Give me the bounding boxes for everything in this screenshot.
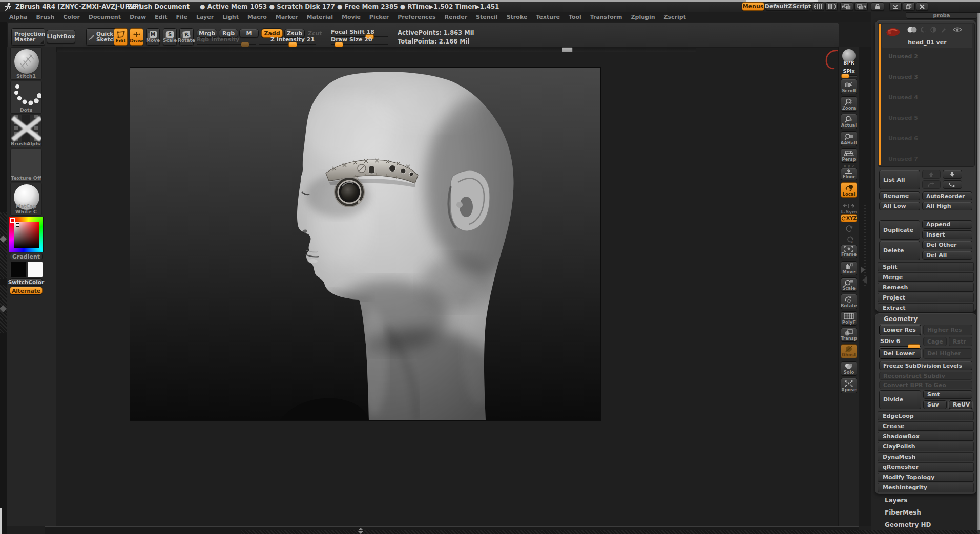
menu-transform[interactable]: Transform — [590, 14, 622, 20]
crease-button[interactable]: Crease — [878, 421, 974, 431]
all-low-button[interactable]: All Low — [879, 202, 920, 210]
color-picker[interactable] — [9, 217, 44, 252]
menu-marker[interactable]: Marker — [276, 14, 298, 20]
lock-button[interactable] — [871, 2, 884, 11]
subtool-unused-2[interactable]: Unused 2 — [888, 53, 918, 60]
divider-collapse-left-icon[interactable] — [862, 276, 867, 284]
smt-button[interactable]: Smt — [923, 390, 972, 399]
del-all-button[interactable]: Del All — [922, 251, 972, 260]
append-button[interactable]: Append — [922, 220, 972, 229]
local-button[interactable]: Local — [841, 182, 857, 198]
rotate-y-button[interactable] — [843, 225, 854, 233]
transp-button[interactable]: Transp — [841, 328, 857, 342]
sculpt-canvas[interactable] — [130, 67, 601, 421]
menu-light[interactable]: Light — [222, 14, 239, 20]
xyz-button[interactable]: XYZ — [841, 214, 857, 222]
extract-button[interactable]: Extract — [878, 303, 974, 312]
rgb-intensity-knob[interactable] — [241, 42, 249, 47]
draw-size-knob[interactable] — [335, 42, 343, 47]
alternate-button[interactable]: Alternate — [10, 287, 43, 294]
subtool-unused-5[interactable]: Unused 5 — [888, 115, 918, 121]
menu-zplugin[interactable]: Zplugin — [631, 14, 655, 20]
move-button[interactable]: M Move — [146, 28, 160, 46]
freeze-subdivision-button[interactable]: Freeze SubDivision Levels — [879, 361, 972, 370]
menu-alpha[interactable]: Alpha — [9, 14, 27, 20]
dynamesh-button[interactable]: DynaMesh — [878, 452, 974, 461]
menu-movie[interactable]: Movie — [342, 14, 361, 20]
menu-brush[interactable]: Brush — [36, 14, 54, 20]
menu-zscript[interactable]: Zscript — [664, 14, 686, 20]
subtool-unused-4[interactable]: Unused 4 — [888, 94, 918, 101]
subtool-unused-7[interactable]: Unused 7 — [888, 156, 918, 162]
restore-button[interactable] — [903, 2, 915, 11]
project-button[interactable]: Project — [878, 293, 974, 302]
move-down-hierarchy-button[interactable] — [943, 180, 962, 189]
menu-picker[interactable]: Picker — [369, 14, 389, 20]
rstr-button[interactable]: Rstr — [949, 337, 972, 346]
scale-button[interactable]: S Scale — [163, 28, 177, 46]
list-all-button[interactable]: List All — [879, 170, 920, 189]
section-layers[interactable]: Layers — [885, 497, 907, 504]
reconstruct-subdiv-button[interactable]: Reconstruct Subdiv — [879, 372, 972, 380]
quick-sketch-button[interactable]: Quick Sketch — [86, 28, 118, 46]
eye-icon[interactable] — [953, 27, 962, 33]
polypaint-circles-icon[interactable] — [907, 27, 918, 33]
shadowbox-button[interactable]: ShadowBox — [878, 432, 974, 441]
subtool-unused-6[interactable]: Unused 6 — [888, 135, 918, 142]
scale-tool-button[interactable]: Scale — [841, 277, 857, 292]
panel-scrollbar[interactable] — [977, 13, 980, 534]
merge-button[interactable]: Merge — [878, 272, 974, 282]
duplicate-button[interactable]: Duplicate — [879, 220, 920, 240]
m-button[interactable]: M — [239, 29, 259, 38]
frame-button[interactable]: Frame — [841, 245, 857, 258]
bpr-button[interactable]: BPR — [841, 49, 857, 67]
minimize-button[interactable] — [889, 2, 902, 11]
right-divider-texture[interactable] — [864, 205, 866, 287]
menu-stroke[interactable]: Stroke — [507, 14, 528, 20]
menu-material[interactable]: Material — [306, 14, 332, 20]
del-other-button[interactable]: Del Other — [922, 241, 972, 249]
top-scroll-strip[interactable] — [10, 48, 696, 52]
projection-master-button[interactable]: Projection Master — [11, 28, 45, 46]
spix-knob[interactable] — [841, 74, 849, 78]
lower-res-button[interactable]: Lower Res — [879, 325, 921, 335]
bottom-scroll-arrows[interactable] — [357, 528, 365, 534]
edit-button[interactable]: Edit — [114, 28, 128, 46]
tool-tab[interactable]: proba — [906, 12, 977, 19]
main-color-swatch[interactable] — [10, 262, 27, 277]
subtool-down-button[interactable] — [943, 170, 962, 179]
menu-color[interactable]: Color — [63, 14, 79, 20]
draw-button[interactable]: Draw — [130, 28, 143, 46]
rename-button[interactable]: Rename — [879, 191, 920, 200]
geometry-header[interactable]: Geometry — [884, 315, 918, 323]
menu-tool[interactable]: Tool — [569, 14, 581, 20]
scroll-button[interactable]: Scroll — [841, 79, 857, 94]
switch-color-button[interactable]: SwitchColor — [10, 278, 43, 286]
menu-preferences[interactable]: Preferences — [398, 14, 435, 20]
menu-edit[interactable]: Edit — [155, 14, 167, 20]
del-lower-button[interactable]: Del Lower — [879, 348, 921, 359]
default-zscript-button[interactable]: DefaultZScript — [766, 2, 810, 11]
menu-draw[interactable]: Draw — [130, 14, 146, 20]
menu-document[interactable]: Document — [89, 14, 121, 20]
reuv-button[interactable]: ReUV — [949, 400, 972, 409]
shelf-right-toggle-button[interactable] — [825, 2, 838, 11]
subtool-up-button[interactable] — [922, 170, 941, 179]
menu-render[interactable]: Render — [445, 14, 468, 20]
menus-button[interactable]: Menus — [742, 2, 764, 11]
menu-stencil[interactable]: Stencil — [476, 14, 498, 20]
gradient-button[interactable]: Gradient — [10, 253, 43, 260]
auto-reorder-button[interactable]: AutoReorder — [922, 191, 972, 200]
rotate-tool-button[interactable]: Rotate — [841, 294, 857, 309]
solo-button[interactable]: Solo — [841, 361, 857, 376]
scroll-up-icon[interactable] — [358, 528, 363, 530]
scroll-down-icon[interactable] — [358, 531, 363, 534]
stroke-thumbnail[interactable]: Dots — [10, 81, 42, 114]
contrast-icon[interactable] — [930, 27, 936, 33]
modify-topology-button[interactable]: Modify Topology — [878, 473, 974, 482]
texture-thumbnail[interactable]: Texture Off — [10, 149, 42, 182]
z-intensity-slider[interactable] — [259, 44, 316, 45]
bottom-scroll-strip[interactable] — [241, 530, 980, 534]
alpha-thumbnail[interactable]: BrushAlpha — [10, 115, 42, 147]
convert-bpr-button[interactable]: Convert BPR To Geo — [879, 381, 972, 389]
